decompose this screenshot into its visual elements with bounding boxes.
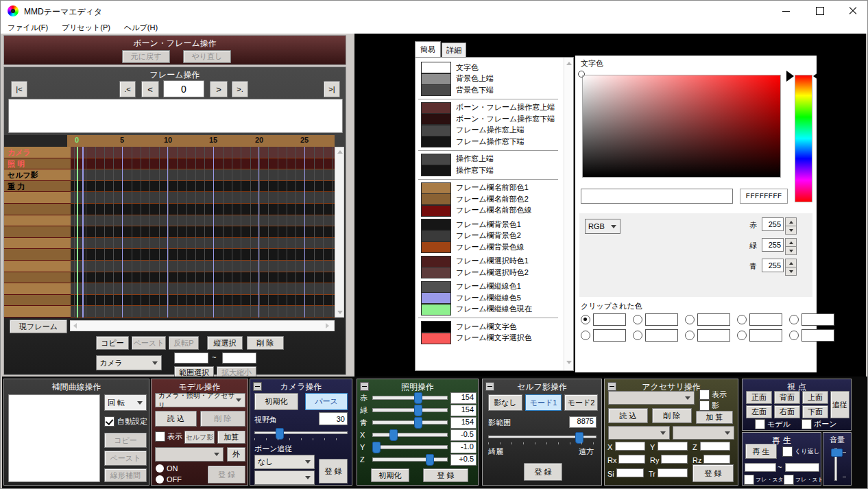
slider-thumb[interactable] (372, 442, 381, 453)
accessory-delete-button[interactable]: 削 除 (652, 408, 692, 423)
accessory-load-button[interactable]: 読 込 (608, 408, 648, 423)
red-slider[interactable] (372, 396, 448, 400)
range-from-input[interactable] (174, 353, 208, 363)
accessory-sub-dropdown-2[interactable] (673, 426, 734, 440)
slider-thumb[interactable] (414, 392, 422, 404)
scroll-up-icon[interactable] (337, 150, 343, 154)
model-register-button[interactable]: 登 録 (208, 466, 245, 484)
green-slider[interactable] (372, 408, 448, 412)
slider-thumb[interactable] (831, 449, 843, 457)
hue-marker-right-icon[interactable] (813, 71, 821, 82)
frame-number-input[interactable] (163, 80, 204, 97)
model-show-checkbox[interactable]: 表示 (155, 431, 182, 442)
x-slider[interactable] (372, 433, 448, 437)
slider-value[interactable]: 154 (450, 392, 477, 404)
bone-follow-dropdown[interactable]: なし (254, 455, 315, 469)
blue-spinner[interactable] (785, 259, 797, 276)
shadow-range-slider[interactable] (488, 436, 596, 438)
timeline-row[interactable] (4, 226, 335, 238)
timeline-row[interactable] (4, 261, 335, 272)
clip-swatch[interactable] (645, 313, 678, 326)
spin-down-icon[interactable] (785, 226, 797, 235)
green-spinner[interactable] (785, 238, 797, 255)
tab-detail[interactable]: 詳細 (442, 43, 466, 58)
color-list-item[interactable]: 操作窓下端 (415, 165, 561, 176)
timeline-row[interactable] (4, 272, 335, 284)
radio-icon[interactable] (156, 475, 164, 484)
accessory-shadow-checkbox[interactable]: 影 (699, 401, 719, 411)
color-list-scrollbar[interactable] (564, 58, 573, 370)
model-target-dropdown[interactable]: カメラ・照明・アクセサリ (155, 393, 245, 407)
clip-radio[interactable] (685, 331, 695, 340)
clip-slot[interactable] (581, 329, 626, 342)
view-back-button[interactable]: 背面 (774, 391, 800, 404)
view-left-button[interactable]: 左面 (746, 405, 772, 418)
checkbox-icon[interactable] (784, 475, 794, 485)
clip-radio[interactable] (633, 331, 642, 340)
blue-slider[interactable] (372, 420, 448, 425)
range-to-input[interactable] (222, 353, 256, 363)
timeline-row[interactable] (4, 215, 335, 227)
color-list-item[interactable]: ボーン・フレーム操作窓上端 (415, 102, 561, 114)
model-delete-button[interactable]: 削 除 (200, 411, 245, 427)
repeat-checkbox[interactable]: くり返し (782, 446, 820, 457)
tab-simple[interactable]: 簡易 (415, 41, 441, 58)
delete-button[interactable]: 削 除 (247, 336, 284, 350)
scroll-down-icon[interactable] (337, 311, 343, 314)
timeline-row[interactable] (4, 283, 335, 295)
light-register-button[interactable]: 登 録 (423, 468, 468, 482)
clip-slot[interactable] (685, 313, 730, 326)
color-list-item[interactable]: フレーム欄背景色1 (415, 219, 561, 230)
clip-swatch[interactable] (749, 313, 782, 326)
slider-value[interactable]: +0.5 (450, 454, 477, 466)
slider-value[interactable]: 154 (450, 405, 477, 416)
accessory-register-button[interactable]: 登 録 (692, 464, 734, 482)
hue-bar[interactable] (795, 75, 812, 202)
checkbox-icon[interactable] (104, 416, 114, 427)
color-list-item[interactable]: フレーム欄縦線色1 (415, 281, 561, 293)
checkbox-icon[interactable] (755, 419, 765, 429)
menu-file[interactable]: ファイル(F) (1, 23, 55, 33)
timeline-target-dropdown[interactable]: カメラ (96, 355, 162, 370)
vertical-select-button[interactable]: 縦選択 (207, 336, 243, 350)
shadow-mode2-button[interactable]: モード2 (564, 394, 598, 411)
color-mode-dropdown[interactable]: RGB (585, 219, 620, 234)
frame-last-button[interactable]: >| (324, 81, 340, 97)
clip-radio[interactable] (789, 315, 799, 324)
clip-swatch[interactable] (801, 329, 834, 342)
clip-slot[interactable] (633, 313, 678, 326)
scroll-down-icon[interactable] (566, 361, 572, 364)
view-bone-checkbox[interactable]: ボーン (801, 419, 837, 429)
shadow-register-button[interactable]: 登 録 (524, 463, 562, 481)
checkbox-icon[interactable] (699, 401, 710, 411)
scroll-left-icon[interactable] (73, 323, 77, 329)
z-slider[interactable] (372, 457, 448, 462)
rx-input[interactable] (618, 455, 645, 464)
timeline-row[interactable] (4, 204, 335, 215)
clip-slot[interactable] (737, 329, 782, 342)
model-sub-dropdown[interactable] (155, 447, 224, 462)
copy-button[interactable]: コピー (96, 336, 129, 350)
camera-sub-dropdown[interactable] (254, 470, 315, 485)
timeline-vscrollbar[interactable] (335, 147, 344, 318)
frame-back-button[interactable]: < (141, 81, 159, 97)
color-list-item[interactable]: フレーム欄選択時色2 (415, 267, 561, 278)
clip-radio[interactable] (581, 331, 590, 340)
timeline-row[interactable] (4, 238, 335, 250)
clip-slot[interactable] (789, 329, 834, 342)
view-top-button[interactable]: 上面 (802, 391, 828, 404)
play-button[interactable]: 再 生 (745, 444, 777, 459)
radio-icon[interactable] (156, 464, 164, 473)
slider-thumb[interactable] (426, 454, 434, 466)
clip-radio[interactable] (737, 315, 747, 324)
camera-register-button[interactable]: 登 録 (319, 459, 348, 484)
clip-radio[interactable] (581, 315, 590, 324)
timeline-row-light[interactable]: 照 明 (4, 158, 335, 170)
view-bottom-button[interactable]: 下面 (802, 405, 828, 418)
y-input[interactable] (658, 442, 688, 451)
interp-copy-button[interactable]: コピー (104, 433, 147, 448)
clip-swatch[interactable] (593, 313, 626, 326)
slider-thumb[interactable] (414, 405, 422, 416)
fov-slider[interactable] (254, 431, 348, 434)
color-list-item[interactable]: フレーム欄縦線色現在 (415, 304, 561, 315)
